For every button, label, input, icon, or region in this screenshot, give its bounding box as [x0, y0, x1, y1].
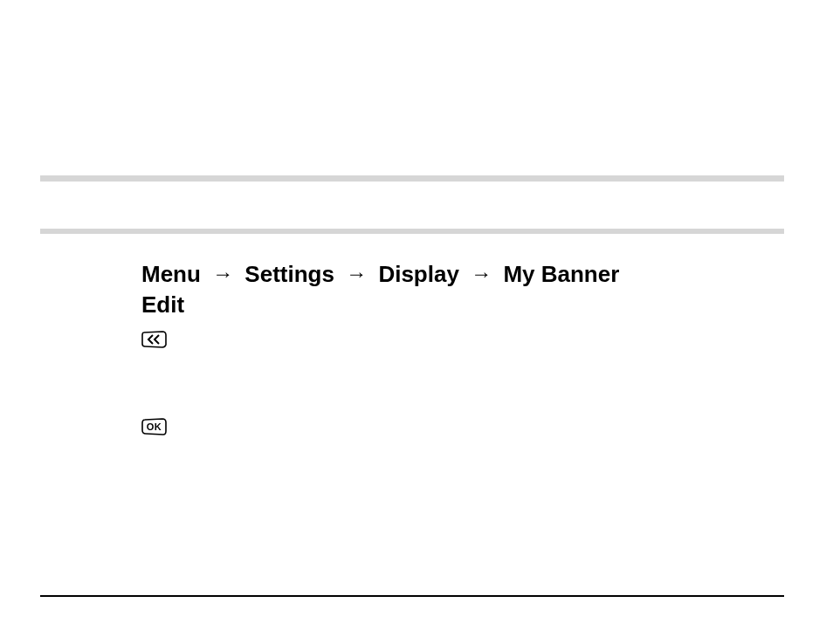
ok-key-icon: OK [141, 418, 167, 439]
breadcrumb-item: My Banner [503, 261, 619, 287]
horizontal-rule [40, 595, 784, 597]
svg-text:OK: OK [147, 421, 162, 432]
breadcrumb-trailing: Edit [141, 291, 184, 318]
ok-key-row: OK [141, 418, 167, 439]
navigation-breadcrumb: Menu → Settings → Display → My Banner Ed… [141, 259, 770, 319]
document-page: Menu → Settings → Display → My Banner Ed… [0, 0, 833, 644]
horizontal-rule [40, 229, 784, 234]
arrow-right-icon: → [207, 262, 238, 285]
breadcrumb-item: Menu [141, 261, 201, 287]
breadcrumb-item: Display [378, 261, 459, 287]
breadcrumb-item: Settings [244, 261, 334, 287]
back-key-icon [141, 330, 167, 353]
horizontal-rule [40, 175, 784, 182]
arrow-right-icon: → [465, 262, 497, 285]
arrow-right-icon: → [341, 262, 372, 285]
back-key-row [141, 330, 167, 353]
